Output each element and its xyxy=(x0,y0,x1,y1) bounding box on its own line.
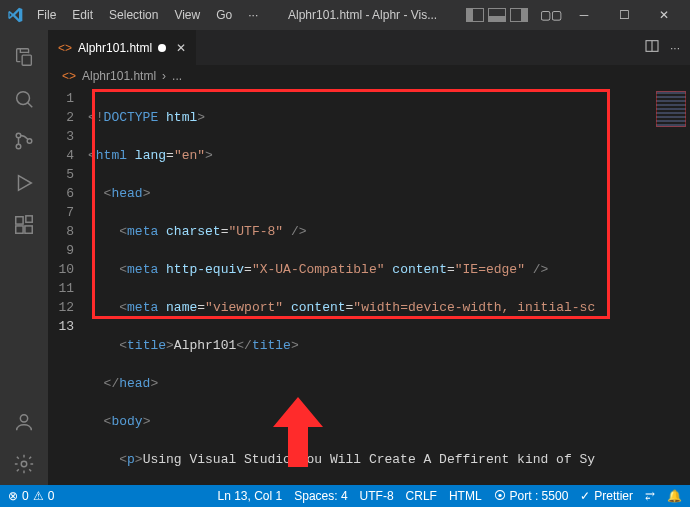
customize-layout-icon[interactable]: ▢▢ xyxy=(540,8,558,22)
minimize-button[interactable]: ─ xyxy=(564,0,604,30)
svg-point-9 xyxy=(21,461,27,467)
status-prettier[interactable]: ✓Prettier xyxy=(580,489,633,503)
tab-label: Alphr101.html xyxy=(78,41,152,55)
svg-point-0 xyxy=(17,92,30,105)
vscode-logo-icon xyxy=(6,6,24,24)
editor-area: <> Alphr101.html ✕ ··· <> Alphr101.html … xyxy=(48,30,690,485)
menu-overflow[interactable]: ··· xyxy=(241,4,265,26)
menu-edit[interactable]: Edit xyxy=(65,4,100,26)
minimap-content xyxy=(656,91,686,127)
tab-close-icon[interactable]: ✕ xyxy=(176,41,186,55)
window-controls: ─ ☐ ✕ xyxy=(564,0,684,30)
warning-icon: ⚠ xyxy=(33,489,44,503)
svg-rect-5 xyxy=(16,226,23,233)
breadcrumb-file: Alphr101.html xyxy=(82,69,156,83)
minimap[interactable] xyxy=(652,87,690,485)
tab-alphr101[interactable]: <> Alphr101.html ✕ xyxy=(48,30,197,65)
status-spaces[interactable]: Spaces: 4 xyxy=(294,489,347,503)
settings-gear-icon[interactable] xyxy=(0,443,48,485)
svg-point-2 xyxy=(16,144,21,149)
broadcast-icon: ⦿ xyxy=(494,489,506,503)
svg-rect-6 xyxy=(25,226,32,233)
svg-point-1 xyxy=(16,133,21,138)
status-bar: ⊗0 ⚠0 Ln 13, Col 1 Spaces: 4 UTF-8 CRLF … xyxy=(0,485,690,507)
extensions-icon[interactable] xyxy=(0,204,48,246)
breadcrumb[interactable]: <> Alphr101.html › ... xyxy=(48,65,690,87)
line-gutter: 123 456 789 101112 13 xyxy=(48,87,88,485)
menu-view[interactable]: View xyxy=(167,4,207,26)
run-debug-icon[interactable] xyxy=(0,162,48,204)
menu-go[interactable]: Go xyxy=(209,4,239,26)
layout-left-icon[interactable] xyxy=(466,8,484,22)
code-content[interactable]: <!DOCTYPE html> <html lang="en"> <head> … xyxy=(88,87,650,485)
svg-rect-4 xyxy=(16,217,23,224)
explorer-icon[interactable] xyxy=(0,36,48,78)
maximize-button[interactable]: ☐ xyxy=(604,0,644,30)
status-language[interactable]: HTML xyxy=(449,489,482,503)
check-icon: ✓ xyxy=(580,489,590,503)
status-live-server[interactable]: ⦿Port : 5500 xyxy=(494,489,569,503)
menu-selection[interactable]: Selection xyxy=(102,4,165,26)
layout-bottom-icon[interactable] xyxy=(488,8,506,22)
html-file-icon: <> xyxy=(58,41,72,55)
tab-dirty-dot-icon xyxy=(158,44,166,52)
status-line-col[interactable]: Ln 13, Col 1 xyxy=(217,489,282,503)
close-button[interactable]: ✕ xyxy=(644,0,684,30)
svg-marker-11 xyxy=(273,397,323,467)
annotation-arrow-icon xyxy=(268,397,328,470)
status-encoding[interactable]: UTF-8 xyxy=(360,489,394,503)
status-feedback-icon[interactable]: ⥂ xyxy=(645,489,655,503)
html-file-icon: <> xyxy=(62,69,76,83)
code-area[interactable]: 123 456 789 101112 13 <!DOCTYPE html> <h… xyxy=(48,87,690,485)
svg-rect-7 xyxy=(26,216,32,222)
status-problems[interactable]: ⊗0 ⚠0 xyxy=(8,489,54,503)
breadcrumb-sep: › xyxy=(162,69,166,83)
search-icon[interactable] xyxy=(0,78,48,120)
menu-file[interactable]: File xyxy=(30,4,63,26)
svg-point-8 xyxy=(20,415,27,422)
title-bar: File Edit Selection View Go ··· Alphr101… xyxy=(0,0,690,30)
error-icon: ⊗ xyxy=(8,489,18,503)
activity-bar xyxy=(0,30,48,485)
status-eol[interactable]: CRLF xyxy=(406,489,437,503)
status-bell-icon[interactable]: 🔔 xyxy=(667,489,682,503)
svg-point-3 xyxy=(27,139,32,144)
app-menu: File Edit Selection View Go ··· xyxy=(30,4,265,26)
tab-bar: <> Alphr101.html ✕ ··· xyxy=(48,30,690,65)
split-editor-icon[interactable] xyxy=(644,38,660,57)
accounts-icon[interactable] xyxy=(0,401,48,443)
more-actions-icon[interactable]: ··· xyxy=(670,41,680,55)
layout-right-icon[interactable] xyxy=(510,8,528,22)
source-control-icon[interactable] xyxy=(0,120,48,162)
layout-controls: ▢▢ xyxy=(466,8,558,22)
window-title: Alphr101.html - Alphr - Vis... xyxy=(265,8,460,22)
breadcrumb-rest: ... xyxy=(172,69,182,83)
